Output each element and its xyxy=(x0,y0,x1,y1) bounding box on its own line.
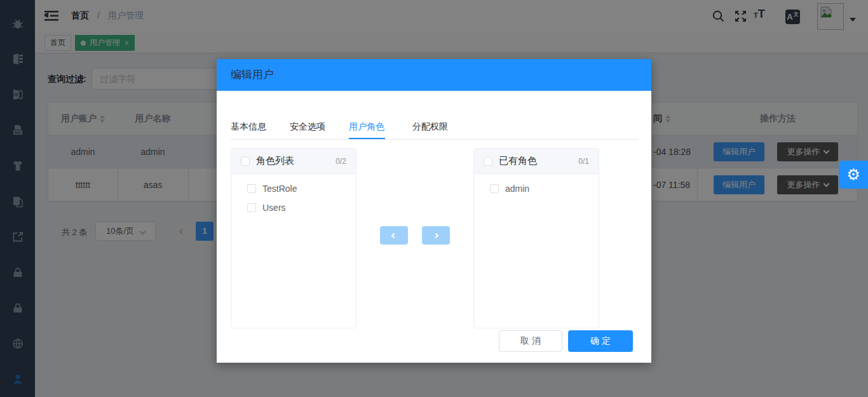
select-all-checkbox[interactable] xyxy=(484,157,492,166)
transfer-to-right-button[interactable] xyxy=(422,226,450,245)
confirm-button[interactable]: 确 定 xyxy=(568,330,633,352)
transfer-target-count: 0/1 xyxy=(578,157,589,166)
chevron-right-icon xyxy=(433,232,438,238)
modal-header: 编辑用户 xyxy=(217,59,651,91)
item-checkbox[interactable] xyxy=(490,184,499,193)
tab-assign-permissions[interactable]: 分配权限 xyxy=(412,121,448,133)
transfer-item-testrole[interactable]: TestRole xyxy=(231,179,356,198)
item-checkbox[interactable] xyxy=(247,203,256,212)
transfer-item-label: TestRole xyxy=(262,184,297,194)
transfer-item-admin[interactable]: admin xyxy=(474,179,599,198)
cancel-button[interactable]: 取 消 xyxy=(499,330,562,352)
settings-fab-button[interactable]: ⚙ xyxy=(839,161,868,189)
transfer-to-left-button[interactable] xyxy=(380,226,408,245)
transfer-source-list: TestRole Users xyxy=(231,174,356,217)
transfer-source-header: 角色列表 0/2 xyxy=(231,149,356,174)
transfer-target-header: 已有角色 0/1 xyxy=(474,149,599,174)
edit-user-modal: 编辑用户 基本信息 安全选项 用户角色 分配权限 角色列表 0/2 TestRo… xyxy=(217,59,651,363)
tab-basic-info[interactable]: 基本信息 xyxy=(231,121,266,133)
transfer-item-label: Users xyxy=(262,203,286,213)
chevron-left-icon xyxy=(391,232,397,238)
transfer-source-panel: 角色列表 0/2 TestRole Users xyxy=(231,148,356,328)
transfer-item-label: admin xyxy=(505,184,529,194)
transfer-item-users[interactable]: Users xyxy=(231,198,356,217)
tabs-divider xyxy=(231,139,639,140)
modal-title: 编辑用户 xyxy=(231,59,274,91)
transfer-target-panel: 已有角色 0/1 admin xyxy=(473,148,599,328)
gear-icon: ⚙ xyxy=(846,166,860,184)
tab-security-options[interactable]: 安全选项 xyxy=(290,121,325,133)
transfer-target-title: 已有角色 xyxy=(499,155,537,167)
transfer-target-list: admin xyxy=(474,174,599,198)
item-checkbox[interactable] xyxy=(247,184,256,193)
select-all-checkbox[interactable] xyxy=(241,157,250,166)
transfer-source-title: 角色列表 xyxy=(256,155,294,167)
tab-user-roles-active[interactable]: 用户角色 xyxy=(349,121,384,133)
transfer-source-count: 0/2 xyxy=(336,157,346,166)
app-root: ZIP PDF 首页 / 用户管理 xyxy=(0,0,868,397)
